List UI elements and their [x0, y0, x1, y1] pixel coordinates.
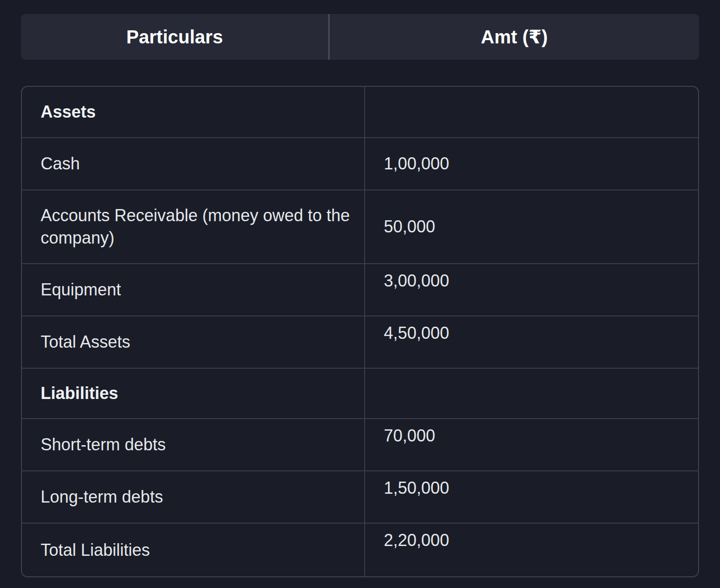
table-row-total-assets: Total Assets 4,50,000	[22, 315, 698, 368]
column-header-particulars: Particulars	[21, 14, 330, 60]
row-value: 4,50,000	[365, 315, 698, 368]
row-value	[365, 87, 698, 137]
table-row-cash: Cash 1,00,000	[22, 137, 698, 189]
row-value	[365, 368, 698, 418]
table-row-assets-section: Assets	[22, 87, 698, 137]
header-row: Particulars Amt (₹)	[21, 14, 699, 60]
table-row-long-term-debts: Long-term debts 1,50,000	[22, 470, 698, 523]
table-header: Particulars Amt (₹)	[21, 14, 699, 60]
column-header-amount: Amt (₹)	[330, 14, 699, 60]
row-label: Equipment	[22, 263, 365, 315]
row-value: 70,000	[365, 418, 698, 470]
page: Particulars Amt (₹) Assets Cash 1,00,000…	[0, 0, 720, 577]
balance-sheet-table: Assets Cash 1,00,000 Accounts Receivable…	[21, 86, 699, 577]
row-label: Short-term debts	[22, 418, 365, 470]
row-value: 1,00,000	[365, 137, 698, 189]
row-label: Total Liabilities	[22, 523, 365, 576]
row-value: 3,00,000	[365, 263, 698, 315]
table-row-short-term-debts: Short-term debts 70,000	[22, 418, 698, 470]
table-row-accounts-receivable: Accounts Receivable (money owed to the c…	[22, 189, 698, 263]
row-label: Accounts Receivable (money owed to the c…	[22, 189, 365, 263]
row-value: 50,000	[365, 189, 698, 263]
row-label: Total Assets	[22, 315, 365, 368]
row-label: Cash	[22, 137, 365, 189]
row-label: Assets	[22, 87, 365, 137]
row-value: 1,50,000	[365, 470, 698, 523]
table-row-total-liabilities: Total Liabilities 2,20,000	[22, 523, 698, 576]
row-label: Liabilities	[22, 368, 365, 418]
table-row-liabilities-section: Liabilities	[22, 368, 698, 418]
row-label: Long-term debts	[22, 470, 365, 523]
row-value: 2,20,000	[365, 523, 698, 576]
table-row-equipment: Equipment 3,00,000	[22, 263, 698, 315]
